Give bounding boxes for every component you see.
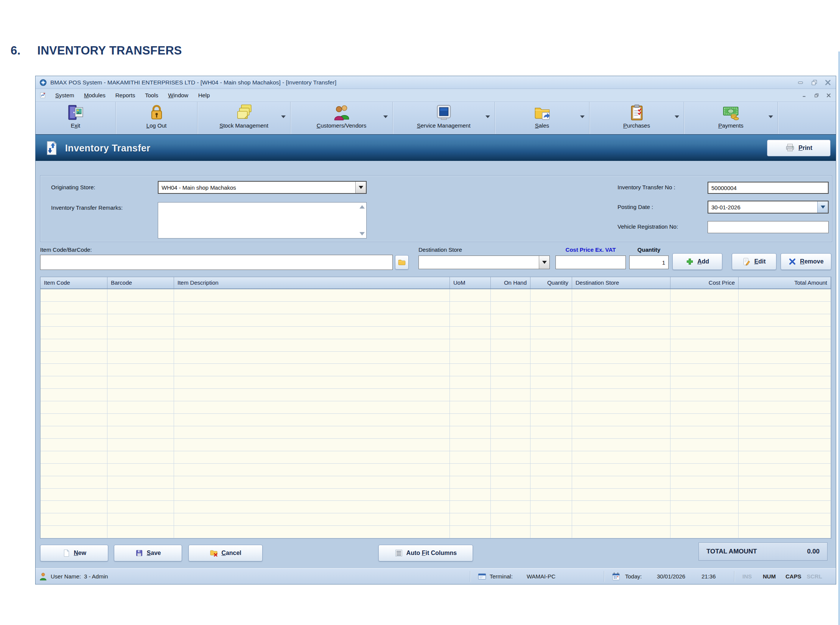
table-cell[interactable] (40, 489, 107, 501)
table-cell[interactable] (739, 426, 831, 438)
table-cell[interactable] (572, 289, 670, 301)
table-cell[interactable] (572, 376, 670, 388)
table-cell[interactable] (107, 376, 174, 388)
table-cell[interactable] (174, 401, 450, 413)
table-cell[interactable] (572, 364, 670, 376)
table-row[interactable] (40, 489, 831, 501)
table-cell[interactable] (174, 501, 450, 513)
table-cell[interactable] (450, 451, 491, 463)
remarks-input[interactable] (158, 203, 366, 238)
table-cell[interactable] (107, 451, 174, 463)
dropdown-caret-icon[interactable] (383, 115, 388, 118)
table-cell[interactable] (40, 513, 107, 525)
table-cell[interactable] (40, 451, 107, 463)
toolbar-item-customers-vendors[interactable]: Customers/Vendors (291, 102, 393, 134)
table-cell[interactable] (572, 302, 670, 314)
table-cell[interactable] (530, 376, 572, 388)
toolbar-item-payments[interactable]: Payments (684, 102, 778, 134)
table-cell[interactable] (450, 439, 491, 451)
table-cell[interactable] (40, 476, 107, 488)
table-cell[interactable] (174, 426, 450, 438)
quantity-input[interactable] (629, 256, 669, 269)
table-cell[interactable] (174, 439, 450, 451)
table-cell[interactable] (572, 352, 670, 364)
column-header-cost-price[interactable]: Cost Price (670, 277, 739, 288)
table-cell[interactable] (530, 464, 572, 476)
table-cell[interactable] (450, 364, 491, 376)
table-cell[interactable] (670, 451, 739, 463)
table-cell[interactable] (572, 501, 670, 513)
table-cell[interactable] (491, 426, 530, 438)
table-row[interactable] (40, 376, 831, 389)
table-cell[interactable] (174, 464, 450, 476)
table-cell[interactable] (739, 451, 831, 463)
table-cell[interactable] (40, 526, 107, 538)
table-cell[interactable] (40, 501, 107, 513)
table-cell[interactable] (530, 401, 572, 413)
table-cell[interactable] (670, 513, 739, 525)
new-button[interactable]: New (40, 545, 108, 561)
transfer-no-input[interactable] (708, 182, 829, 194)
table-cell[interactable] (174, 364, 450, 376)
table-cell[interactable] (739, 289, 831, 301)
table-cell[interactable] (530, 439, 572, 451)
destination-store-dropdown-button[interactable] (539, 256, 549, 269)
table-cell[interactable] (40, 414, 107, 426)
table-cell[interactable] (530, 389, 572, 401)
table-row[interactable] (40, 327, 831, 339)
table-cell[interactable] (491, 414, 530, 426)
table-cell[interactable] (491, 339, 530, 351)
close-icon[interactable] (824, 79, 831, 86)
child-close-icon[interactable] (826, 93, 831, 98)
table-cell[interactable] (450, 302, 491, 314)
minimize-icon[interactable] (797, 79, 804, 86)
table-cell[interactable] (739, 501, 831, 513)
table-cell[interactable] (491, 439, 530, 451)
scroll-down-icon[interactable] (359, 232, 365, 235)
table-cell[interactable] (572, 414, 670, 426)
column-header-item-code[interactable]: Item Code (40, 277, 107, 288)
table-cell[interactable] (739, 439, 831, 451)
table-cell[interactable] (572, 389, 670, 401)
edit-button[interactable]: Edit (732, 253, 776, 270)
menu-item-window[interactable]: Window (163, 89, 193, 102)
table-cell[interactable] (450, 426, 491, 438)
table-cell[interactable] (174, 513, 450, 525)
dropdown-caret-icon[interactable] (580, 115, 585, 118)
auto-fit-columns-button[interactable]: Auto Fit Columns (378, 545, 473, 561)
table-cell[interactable] (670, 501, 739, 513)
table-cell[interactable] (491, 501, 530, 513)
table-cell[interactable] (670, 302, 739, 314)
table-cell[interactable] (107, 414, 174, 426)
child-minimize-icon[interactable] (802, 93, 807, 98)
table-cell[interactable] (572, 476, 670, 488)
table-cell[interactable] (174, 289, 450, 301)
table-cell[interactable] (450, 526, 491, 538)
table-cell[interactable] (491, 302, 530, 314)
dropdown-caret-icon[interactable] (675, 115, 679, 118)
table-row[interactable] (40, 314, 831, 327)
table-cell[interactable] (450, 339, 491, 351)
table-row[interactable] (40, 352, 831, 364)
table-cell[interactable] (107, 389, 174, 401)
table-cell[interactable] (107, 476, 174, 488)
table-cell[interactable] (530, 327, 572, 339)
table-cell[interactable] (530, 302, 572, 314)
table-row[interactable] (40, 426, 831, 439)
table-cell[interactable] (450, 327, 491, 339)
table-cell[interactable] (491, 526, 530, 538)
table-cell[interactable] (107, 526, 174, 538)
table-cell[interactable] (40, 464, 107, 476)
table-cell[interactable] (572, 339, 670, 351)
table-cell[interactable] (670, 327, 739, 339)
table-row[interactable] (40, 439, 831, 451)
table-cell[interactable] (670, 476, 739, 488)
table-row[interactable] (40, 389, 831, 401)
table-cell[interactable] (491, 289, 530, 301)
table-cell[interactable] (739, 476, 831, 488)
table-cell[interactable] (739, 364, 831, 376)
table-row[interactable] (40, 364, 831, 376)
table-cell[interactable] (174, 451, 450, 463)
column-header-item-description[interactable]: Item Description (174, 277, 450, 288)
table-cell[interactable] (107, 439, 174, 451)
